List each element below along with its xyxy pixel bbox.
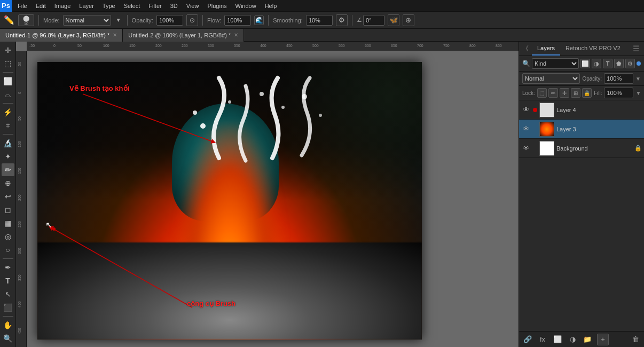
move-tool[interactable]: ✛ bbox=[2, 44, 14, 57]
gradient-tool[interactable]: ▦ bbox=[2, 217, 14, 230]
menu-3d[interactable]: 3D bbox=[167, 2, 182, 10]
canvas-wrapper[interactable]: ↖ Vẽ Brush tạo khối công cụ Brush layer … bbox=[27, 51, 519, 347]
filter-pixel-icon[interactable]: ⬜ bbox=[580, 59, 590, 68]
retouch-tab[interactable]: Retouch VR PRO V2 bbox=[560, 42, 626, 56]
menu-type[interactable]: Type bbox=[99, 2, 119, 10]
crop-tool[interactable]: ⌗ bbox=[2, 119, 14, 132]
blur-tool[interactable]: ◎ bbox=[2, 230, 14, 243]
filter-adjust-icon[interactable]: ◑ bbox=[592, 59, 601, 68]
fill-value-input[interactable] bbox=[604, 88, 633, 98]
opacity-input[interactable] bbox=[156, 15, 183, 26]
mode-select[interactable]: Normal bbox=[63, 15, 111, 26]
menu-filter[interactable]: Filter bbox=[145, 2, 165, 10]
menu-file[interactable]: File bbox=[14, 2, 31, 10]
layer-mask-btn[interactable]: ⬜ bbox=[552, 334, 563, 345]
opacity-dropdown-icon[interactable]: ▼ bbox=[635, 76, 641, 82]
tool-sep-5 bbox=[3, 316, 13, 317]
filter-type-icon[interactable]: T bbox=[603, 59, 612, 68]
cursor-dot bbox=[52, 227, 56, 231]
blend-mode-select[interactable]: Normal bbox=[522, 73, 580, 84]
hand-tool[interactable]: ✋ bbox=[2, 319, 14, 332]
flow-input[interactable] bbox=[224, 15, 251, 26]
smoothing-input[interactable] bbox=[306, 15, 333, 26]
canvas-area[interactable]: -50 0 50 100 150 200 250 300 350 400 450… bbox=[16, 42, 519, 347]
lock-pixels-btn[interactable]: ✏ bbox=[548, 88, 558, 98]
menu-plugins[interactable]: Plugins bbox=[203, 2, 230, 10]
history-brush[interactable]: ↩ bbox=[2, 190, 14, 203]
zoom-tool[interactable]: 🔍 bbox=[2, 332, 14, 345]
tool-sep-1 bbox=[3, 72, 13, 73]
eyedropper-tool[interactable]: 🔬 bbox=[2, 137, 14, 149]
svg-text:150: 150 bbox=[129, 44, 136, 48]
menu-edit[interactable]: Edit bbox=[32, 2, 50, 10]
delete-layer-btn[interactable]: 🗑 bbox=[630, 334, 641, 345]
layer4-visibility-toggle[interactable]: 👁 bbox=[521, 105, 531, 115]
layers-panel: 《 Layers Retouch VR PRO V2 ☰ 🔍 Kind ⬜ ◑ … bbox=[519, 42, 644, 347]
lock-all-btn[interactable]: 🔒 bbox=[582, 88, 592, 98]
fill-dropdown-icon[interactable]: ▼ bbox=[635, 90, 641, 96]
path-select[interactable]: ↖ bbox=[2, 288, 14, 301]
menu-window[interactable]: Window bbox=[232, 2, 260, 10]
layer-row-background[interactable]: 👁 Background 🔒 bbox=[519, 139, 644, 158]
smoothing-settings[interactable]: ⚙ bbox=[336, 14, 348, 26]
new-group-btn[interactable]: 📁 bbox=[582, 334, 593, 345]
filter-smart-icon[interactable]: ⚙ bbox=[625, 59, 635, 68]
brush-preset-picker[interactable]: ⬤ 10 bbox=[18, 14, 34, 26]
layer3-visibility-toggle[interactable]: 👁 bbox=[521, 124, 531, 134]
panel-menu-btn[interactable]: ☰ bbox=[629, 42, 644, 55]
filter-shape-icon[interactable]: ⬟ bbox=[614, 59, 624, 68]
tab-untitled1[interactable]: Untitled-1 @ 96.8% (Layer 3, RGB/8#) * ✕ bbox=[0, 29, 123, 42]
new-fill-adjust-btn[interactable]: ◑ bbox=[567, 334, 578, 345]
layer-row-layer4[interactable]: 👁 Layer 4 bbox=[519, 100, 644, 120]
healing-tool[interactable]: ✦ bbox=[2, 150, 14, 163]
lasso-tool[interactable]: ⌓ bbox=[2, 88, 14, 101]
opacity-pressure[interactable]: ⊙ bbox=[186, 14, 198, 26]
layers-filter-row: 🔍 Kind ⬜ ◑ T ⬟ ⚙ bbox=[519, 56, 644, 72]
eraser-tool[interactable]: ◻ bbox=[2, 203, 14, 216]
opacity-value-input[interactable] bbox=[604, 73, 633, 84]
toolbar-divider-4 bbox=[268, 15, 269, 26]
flow-pressure[interactable]: 🌊 bbox=[254, 15, 264, 25]
brush-tool[interactable]: ✏ bbox=[2, 163, 14, 176]
pen-tool[interactable]: ✒ bbox=[2, 261, 14, 274]
layer-row-layer3[interactable]: 👁 Layer 3 bbox=[519, 120, 644, 139]
background-visibility-toggle[interactable]: 👁 bbox=[521, 144, 531, 153]
extra-icon[interactable]: ⊕ bbox=[403, 14, 414, 26]
svg-text:100: 100 bbox=[103, 44, 109, 48]
svg-text:-50: -50 bbox=[29, 44, 35, 48]
menu-image[interactable]: Image bbox=[51, 2, 75, 10]
clone-tool[interactable]: ⊕ bbox=[2, 177, 14, 190]
top-toolbar: ✏️ ⬤ 10 Mode: Normal ▼ Opacity: ⊙ Flow: … bbox=[0, 12, 644, 29]
left-tools-panel: ✛ ⬚ ⬜ ⌓ ⚡ ⌗ 🔬 ✦ ✏ ⊕ ↩ ◻ ▦ ◎ ○ ✒ T ↖ ⬛ ✋ … bbox=[0, 42, 16, 347]
filter-kind-select[interactable]: Kind bbox=[532, 58, 579, 69]
lock-artboard-btn[interactable]: ⊞ bbox=[571, 88, 580, 98]
menu-view[interactable]: View bbox=[183, 2, 203, 10]
tab1-close[interactable]: ✕ bbox=[113, 32, 117, 38]
menu-select[interactable]: Select bbox=[120, 2, 144, 10]
text-tool[interactable]: T bbox=[2, 274, 14, 287]
layer-effects-btn[interactable]: fx bbox=[537, 334, 548, 345]
svg-text:0: 0 bbox=[18, 92, 21, 94]
lock-transparent-btn[interactable]: ⬚ bbox=[537, 88, 547, 98]
tab-untitled2[interactable]: Untitled-2 @ 100% (Layer 1, RGB/8#) * ✕ bbox=[123, 29, 244, 42]
dodge-tool[interactable]: ○ bbox=[2, 243, 14, 256]
svg-text:450: 450 bbox=[18, 328, 21, 334]
canvas-document[interactable]: ↖ Vẽ Brush tạo khối công cụ Brush layer … bbox=[37, 62, 422, 340]
angle-input[interactable] bbox=[363, 15, 384, 26]
marquee-tool[interactable]: ⬜ bbox=[2, 75, 14, 88]
brush-tool-icon[interactable]: ✏️ bbox=[3, 14, 15, 26]
svg-text:300: 300 bbox=[208, 44, 214, 48]
layers-tab[interactable]: Layers bbox=[532, 42, 560, 56]
link-layers-btn[interactable]: 🔗 bbox=[522, 334, 533, 345]
panel-collapse-btn[interactable]: 《 bbox=[519, 42, 532, 56]
lock-position-btn[interactable]: ✛ bbox=[560, 88, 569, 98]
menu-help[interactable]: Help bbox=[261, 2, 281, 10]
mode-toggle[interactable]: ▼ bbox=[114, 16, 123, 25]
tab2-close[interactable]: ✕ bbox=[234, 32, 238, 38]
new-layer-btn[interactable]: + bbox=[597, 334, 609, 345]
shape-tool[interactable]: ⬛ bbox=[2, 301, 14, 314]
symmetry-icon[interactable]: 🦋 bbox=[388, 14, 399, 26]
artboard-tool[interactable]: ⬚ bbox=[2, 57, 14, 70]
wand-tool[interactable]: ⚡ bbox=[2, 106, 14, 119]
menu-layer[interactable]: Layer bbox=[75, 2, 98, 10]
